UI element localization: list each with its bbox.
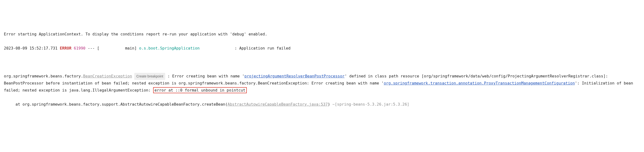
console-at-line: at org.springframework.beans.factory.sup… xyxy=(16,101,640,108)
console-line-empty xyxy=(4,59,640,66)
highlighted-error: error at ::0 formal unbound in pointcut xyxy=(153,87,247,93)
log-pad xyxy=(200,46,235,50)
at-suffix: ) xyxy=(328,102,330,107)
exception-link[interactable]: BeanCreationException xyxy=(83,74,132,79)
stack-suffix1: : Error creating bean with name ' xyxy=(165,74,244,79)
log-level: ERROR xyxy=(60,46,71,50)
bean-link[interactable]: projectingArgumentResolverBeanPostProces… xyxy=(244,74,344,79)
log-thread-pre: --- [ main] xyxy=(86,46,139,50)
nested-bean-link[interactable]: org.springframework.transaction.annotati… xyxy=(384,81,575,86)
console-line-info: Error starting ApplicationContext. To di… xyxy=(4,31,640,38)
log-timestamp: 2023-08-09 15:52:17.731 xyxy=(4,46,58,50)
create-breakpoint-button[interactable]: Create breakpoint xyxy=(134,73,165,80)
console-line-log: 2023-08-09 15:52:17.731 ERROR 61990 --- … xyxy=(4,45,640,52)
log-message: : Application run failed xyxy=(235,46,290,50)
log-pid: 61990 xyxy=(74,46,86,50)
log-logger: o.s.boot.SpringApplication xyxy=(139,46,200,50)
console-stacktrace: org.springframework.beans.factory.BeanCr… xyxy=(4,73,640,94)
at-prefix: at org.springframework.beans.factory.sup… xyxy=(16,102,228,107)
jar-info: ~[spring-beans-5.3.26.jar:5.3.26] xyxy=(330,102,409,107)
stack-prefix: org.springframework.beans.factory. xyxy=(4,74,83,79)
source-file-link[interactable]: AbstractAutowireCapableBeanFactory.java:… xyxy=(228,102,328,107)
